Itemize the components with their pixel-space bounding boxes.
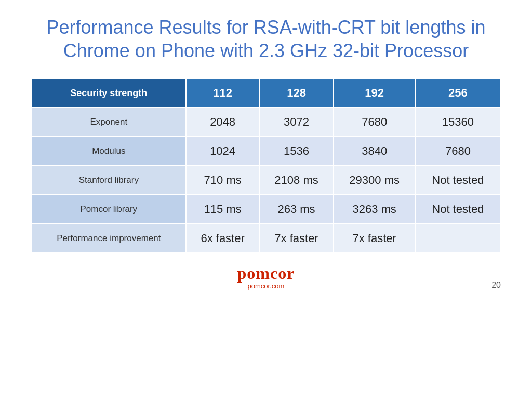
- row-4-col3: 7x faster: [334, 224, 416, 253]
- row-0-col1: 2048: [186, 108, 260, 137]
- table-row: Pomcor library115 ms263 ms3263 msNot tes…: [32, 195, 500, 224]
- row-2-col1: 710 ms: [186, 166, 260, 195]
- row-3-col3: 3263 ms: [334, 195, 416, 224]
- table-header-col4: 256: [416, 78, 500, 108]
- row-label: Modulus: [32, 137, 186, 166]
- row-label: Performance improvement: [32, 224, 186, 253]
- pomcor-logo-text: pomcor: [237, 264, 295, 283]
- table-row: Performance improvement6x faster7x faste…: [32, 224, 500, 253]
- table-row: Exponent20483072768015360: [32, 108, 500, 137]
- row-4-col1: 6x faster: [186, 224, 260, 253]
- row-3-col1: 115 ms: [186, 195, 260, 224]
- pomcor-logo-url: pomcor.com: [248, 282, 285, 290]
- row-0-col2: 3072: [260, 108, 334, 137]
- table-row: Modulus1024153638407680: [32, 137, 500, 166]
- table-header-security-strength: Security strength: [32, 78, 186, 108]
- row-2-col2: 2108 ms: [260, 166, 334, 195]
- row-3-col2: 263 ms: [260, 195, 334, 224]
- table-header-col3: 192: [334, 78, 416, 108]
- row-label: Stanford library: [32, 166, 186, 195]
- row-2-col4: Not tested: [416, 166, 500, 195]
- row-label: Pomcor library: [32, 195, 186, 224]
- page-footer: pomcor pomcor.com 20: [31, 264, 501, 290]
- row-3-col4: Not tested: [416, 195, 500, 224]
- page-title: Performance Results for RSA-with-CRT bit…: [31, 16, 501, 62]
- row-0-col4: 15360: [416, 108, 500, 137]
- page-number: 20: [491, 281, 501, 290]
- row-1-col2: 1536: [260, 137, 334, 166]
- row-0-col3: 7680: [334, 108, 416, 137]
- row-4-col4: [416, 224, 500, 253]
- table-header-col1: 112: [186, 78, 260, 108]
- table-header-col2: 128: [260, 78, 334, 108]
- row-label: Exponent: [32, 108, 186, 137]
- row-1-col1: 1024: [186, 137, 260, 166]
- row-1-col3: 3840: [334, 137, 416, 166]
- pomcor-logo: pomcor pomcor.com: [237, 264, 295, 290]
- row-1-col4: 7680: [416, 137, 500, 166]
- table-row: Stanford library710 ms2108 ms29300 msNot…: [32, 166, 500, 195]
- row-2-col3: 29300 ms: [334, 166, 416, 195]
- performance-table: Security strength 112 128 192 256 Expone…: [31, 78, 501, 254]
- row-4-col2: 7x faster: [260, 224, 334, 253]
